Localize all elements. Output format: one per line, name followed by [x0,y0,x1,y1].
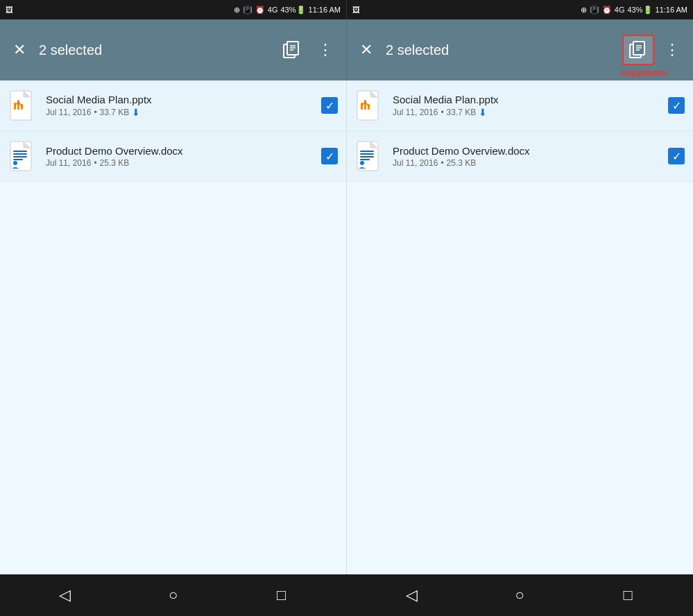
time-display-2: 11:16 AM [656,6,687,14]
checkbox-checked-pptx-left: ✓ [321,97,338,114]
file-size-docx-right: 25.3 KB [447,158,477,168]
vibrate-icon: 📳 [243,6,253,15]
battery-icon: 43%🔋 [280,6,305,15]
action-bar-right: ✕ 2 selected ⋮ copy/move [347,19,693,80]
file-item-pptx-right[interactable]: Social Media Plan.pptx Jul 11, 2016 • 33… [347,80,693,131]
file-name-pptx-right: Social Media Plan.pptx [393,94,657,105]
status-left-icons: 🖼 [6,6,13,14]
vibrate-icon-2: 📳 [590,6,599,15]
signal-icon: 4G [268,6,278,14]
file-size-pptx-left: 33.7 KB [100,108,130,117]
back-button-right[interactable]: ◁ [395,579,428,612]
action-icons-right: ⋮ [622,35,687,65]
more-options-button-left[interactable]: ⋮ [310,35,341,65]
bottom-nav-left: ◁ ○ □ [0,574,347,616]
file-icon-pptx-left [8,89,37,122]
file-info-docx-left: Product Demo Overview.docx Jul 11, 2016 … [46,145,310,168]
file-meta-docx-left: Jul 11, 2016 • 25.3 KB [46,158,310,168]
status-right-right-info: ⊕ 📳 ⏰ 4G 43%🔋 11:16 AM [581,6,687,15]
svg-rect-17 [13,156,27,157]
file-name-pptx-left: Social Media Plan.pptx [46,94,310,105]
file-name-docx-left: Product Demo Overview.docx [46,145,310,157]
close-button-left[interactable]: ✕ [6,35,33,65]
status-bar-right: 🖼 ⊕ 📳 ⏰ 4G 43%🔋 11:16 AM [347,0,693,19]
file-meta-pptx-left: Jul 11, 2016 • 33.7 KB ⬇ [46,107,310,118]
svg-rect-15 [13,151,27,152]
svg-rect-28 [360,159,370,160]
file-date-pptx-right: Jul 11, 2016 [393,108,438,117]
screen-icon: 🖼 [6,6,13,14]
download-icon-pptx-left: ⬇ [132,107,140,118]
bottom-nav-right: ◁ ○ □ [347,574,694,616]
svg-point-19 [13,161,17,165]
file-list-left: Social Media Plan.pptx Jul 11, 2016 • 33… [0,80,346,574]
checkbox-checked-pptx-right: ✓ [668,97,685,114]
home-button-left[interactable]: ○ [157,579,190,612]
action-bar-left: ✕ 2 selected ⋮ [0,19,346,80]
svg-point-29 [360,161,364,165]
file-item-pptx-left[interactable]: Social Media Plan.pptx Jul 11, 2016 • 33… [0,80,346,131]
file-info-pptx-right: Social Media Plan.pptx Jul 11, 2016 • 33… [393,94,657,118]
battery-icon-2: 43%🔋 [627,6,652,15]
checkbox-checked-docx-right: ✓ [668,148,685,164]
status-bar-left: 🖼 ⊕ 📳 ⏰ 4G 43%🔋 11:16 AM [0,0,346,19]
time-display: 11:16 AM [309,6,341,14]
file-list-right: Social Media Plan.pptx Jul 11, 2016 • 33… [347,80,693,574]
alarm-icon: ⏰ [255,6,265,15]
svg-rect-26 [360,153,374,155]
file-size-docx-left: 25.3 KB [100,158,130,168]
svg-rect-11 [14,103,16,110]
checkbox-docx-right[interactable]: ✓ [665,145,687,167]
file-icon-docx-left [8,139,37,173]
checkbox-docx-left[interactable]: ✓ [318,145,341,167]
file-icon-pptx-right [355,89,384,122]
selected-count-right: 2 selected [386,42,617,58]
file-meta-pptx-right: Jul 11, 2016 • 33.7 KB ⬇ [393,107,657,118]
action-icons-left: ⋮ [277,35,341,65]
file-date-pptx-left: Jul 11, 2016 [46,108,91,117]
back-button-left[interactable]: ◁ [49,579,82,612]
recent-button-right[interactable]: □ [611,579,644,612]
file-icon-docx-right [355,139,384,173]
screen-icon-2: 🖼 [352,6,360,14]
svg-rect-21 [361,103,363,110]
download-icon-pptx-right: ⬇ [479,107,487,118]
status-bar: 🖼 ⊕ 📳 ⏰ 4G 43%🔋 11:16 AM 🖼 ⊕ 📳 ⏰ 4G 43%🔋… [0,0,693,19]
file-info-pptx-left: Social Media Plan.pptx Jul 11, 2016 • 33… [46,94,310,118]
file-name-docx-right: Product Demo Overview.docx [393,145,657,157]
file-item-docx-right[interactable]: Product Demo Overview.docx Jul 11, 2016 … [347,131,693,182]
file-date-docx-left: Jul 11, 2016 [46,158,91,168]
checkbox-pptx-right[interactable]: ✓ [665,94,687,117]
svg-rect-27 [360,156,374,157]
alarm-icon-2: ⏰ [602,6,612,15]
svg-rect-25 [360,151,374,152]
recent-button-left[interactable]: □ [265,579,298,612]
copy-move-label: copy/move [621,67,668,78]
file-info-docx-right: Product Demo Overview.docx Jul 11, 2016 … [393,145,657,168]
svg-rect-18 [13,159,23,160]
close-button-right[interactable]: ✕ [352,35,380,65]
checkbox-checked-docx-left: ✓ [321,148,338,164]
file-item-docx-left[interactable]: Product Demo Overview.docx Jul 11, 2016 … [0,131,346,182]
bluetooth-icon-2: ⊕ [581,6,587,15]
file-date-docx-right: Jul 11, 2016 [393,158,438,168]
checkbox-pptx-left[interactable]: ✓ [318,94,341,117]
copy-move-button-left[interactable] [277,35,307,65]
file-lists: Social Media Plan.pptx Jul 11, 2016 • 33… [0,80,693,574]
copy-move-button-right[interactable] [622,35,654,65]
selected-count-left: 2 selected [39,42,271,58]
bottom-navs: ◁ ○ □ ◁ ○ □ [0,574,693,616]
status-right-info: ⊕ 📳 ⏰ 4G 43%🔋 11:16 AM [234,6,341,15]
svg-rect-16 [13,153,27,155]
action-bars: ✕ 2 selected ⋮ ✕ 2 selected [0,19,693,80]
file-size-pptx-right: 33.7 KB [447,108,477,117]
home-button-right[interactable]: ○ [503,579,536,612]
signal-icon-2: 4G [615,6,625,14]
status-right-left-icons: 🖼 [352,6,360,14]
file-meta-docx-right: Jul 11, 2016 • 25.3 KB [393,158,657,168]
more-options-button-right[interactable]: ⋮ [657,35,687,65]
bluetooth-icon: ⊕ [234,6,240,15]
